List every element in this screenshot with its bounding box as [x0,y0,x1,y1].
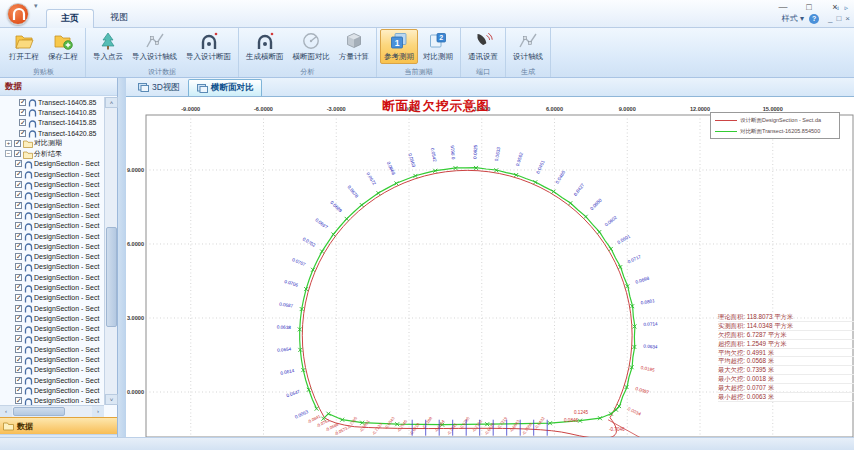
ribbon-tab-主页[interactable]: 主页 [46,9,94,28]
tree-checkbox[interactable] [19,99,26,106]
style-dropdown-button[interactable]: 样式 ▾ [782,13,804,24]
tree-item-design-section[interactable]: DesignSection - Sect [0,385,104,395]
tree-folder-analysis-results[interactable]: −分析结果 [0,148,104,158]
ribbon-button-参考测期[interactable]: 1参考测期 [380,29,418,64]
tree-item-design-section[interactable]: DesignSection - Sect [0,190,104,200]
tree-checkbox[interactable] [15,377,22,384]
tree-checkbox[interactable] [15,366,22,373]
tree-checkbox[interactable] [15,253,22,260]
ribbon-button-通讯设置[interactable]: 通讯设置 [464,29,502,64]
tree-item-label: DesignSection - Sect [34,243,99,250]
tree-checkbox[interactable] [15,315,22,322]
ribbon-button-横断面对比[interactable]: 横断面对比 [289,29,335,64]
tree-checkbox[interactable] [15,335,22,342]
tree-checkbox[interactable] [15,294,22,301]
tree-item-label: DesignSection - Sect [34,263,99,270]
ribbon-button-导入点云[interactable]: 导入点云 [89,29,127,64]
tree-checkbox[interactable] [19,119,26,126]
tree-checkbox[interactable] [15,346,22,353]
tab-scroll-arrows[interactable]: ◃ ▹ [835,4,850,12]
tree-expander-icon[interactable]: + [5,140,12,147]
ribbon-button-保存工程[interactable]: 保存工程 [44,29,82,64]
tree-checkbox[interactable] [19,109,26,116]
scroll-left-arrow[interactable]: ‹ [0,406,12,417]
tree-item-design-section[interactable]: DesignSection - Sect [0,221,104,231]
scroll-right-arrow[interactable]: › [92,406,104,417]
tree-item-design-section[interactable]: DesignSection - Sect [0,231,104,241]
tree-checkbox[interactable] [15,233,22,240]
ribbon-tab-视图[interactable]: 视图 [96,9,142,28]
ribbon-button-导入设计断面[interactable]: 导入设计断面 [182,29,235,64]
tree-item-design-section[interactable]: DesignSection - Sect [0,179,104,189]
help-icon[interactable]: ? [809,14,819,24]
ribbon-button-方量计算[interactable]: 方量计算 [335,29,373,64]
tree-checkbox[interactable] [14,140,21,147]
maximize-button[interactable]: □ [796,0,822,14]
quick-access-caret-icon[interactable]: ▾ [34,2,38,10]
tree-item-design-section[interactable]: DesignSection - Sect [0,344,104,354]
tree-item-design-section[interactable]: DesignSection - Sect [0,241,104,251]
tree-expander-icon[interactable]: − [5,150,12,157]
ribbon-button-导入设计轴线[interactable]: 导入设计轴线 [128,29,181,64]
tree-item-transect[interactable]: Transect-16405.85 [0,97,104,107]
ribbon-button-生成横断面[interactable]: 生成横断面 [242,29,288,64]
panel-splitter[interactable] [118,78,126,450]
tree-checkbox[interactable] [15,202,22,209]
document-tab-3D视图[interactable]: 3D视图 [130,79,188,96]
scrollbar-thumb[interactable] [106,227,117,327]
tree-item-design-section[interactable]: DesignSection - Sect [0,354,104,364]
tree-item-design-section[interactable]: DesignSection - Sect [0,293,104,303]
document-tab-横断面对比[interactable]: 横断面对比 [188,79,263,96]
ribbon-group-剪贴板: 打开工程保存工程剪贴板 [2,28,86,77]
tree-checkbox[interactable] [15,243,22,250]
tree-checkbox[interactable] [15,387,22,394]
tree-vertical-scrollbar[interactable]: ˄ ˅ [104,97,117,405]
tree-checkbox[interactable] [15,171,22,178]
tree-item-design-section[interactable]: DesignSection - Sect [0,303,104,313]
scrollbar-thumb[interactable] [13,407,65,416]
tree-item-design-section[interactable]: DesignSection - Sect [0,365,104,375]
tree-checkbox[interactable] [19,130,26,137]
tree-checkbox[interactable] [15,222,22,229]
tree-checkbox[interactable] [15,160,22,167]
scroll-up-arrow[interactable]: ˄ [105,97,118,108]
tree-horizontal-scrollbar[interactable]: ‹ › [0,405,104,417]
tree-item-design-section[interactable]: DesignSection - Sect [0,282,104,292]
data-panel-tab[interactable]: 数据 [0,417,117,434]
tree-item-design-section[interactable]: DesignSection - Sect [0,210,104,220]
mini-close-button[interactable]: × [845,14,850,23]
ribbon-button-打开工程[interactable]: 打开工程 [5,29,43,64]
tree-checkbox[interactable] [15,191,22,198]
tree-checkbox[interactable] [15,356,22,363]
tree-item-design-section[interactable]: DesignSection - Sect [0,169,104,179]
minimize-button[interactable]: — [770,0,796,14]
tree-item-design-section[interactable]: DesignSection - Sect [0,159,104,169]
tree-checkbox[interactable] [15,263,22,270]
tree-checkbox[interactable] [15,397,22,404]
tree-item-design-section[interactable]: DesignSection - Sect [0,200,104,210]
ribbon-button-设计轴线[interactable]: 设计轴线 [509,29,547,64]
tree-checkbox[interactable] [15,181,22,188]
tree-checkbox[interactable] [14,150,21,157]
tree-checkbox[interactable] [15,212,22,219]
tree-item-design-section[interactable]: DesignSection - Sect [0,251,104,261]
scroll-down-arrow[interactable]: ˅ [105,394,118,405]
tree-item-transect[interactable]: Transect-16410.85 [0,107,104,117]
tree-item-design-section[interactable]: DesignSection - Sect [0,324,104,334]
ribbon-button-对比测期[interactable]: 2对比测期 [419,29,457,64]
tree-item-design-section[interactable]: DesignSection - Sect [0,334,104,344]
tree-item-transect[interactable]: Transect-16415.85 [0,118,104,128]
tree-item-transect[interactable]: Transect-16420.85 [0,128,104,138]
tree-checkbox[interactable] [15,325,22,332]
tree-checkbox[interactable] [15,305,22,312]
tree-item-design-section[interactable]: DesignSection - Sect [0,313,104,323]
tree-item-design-section[interactable]: DesignSection - Sect [0,396,104,405]
mini-minimize-button[interactable]: _ [828,14,832,23]
tree-item-design-section[interactable]: DesignSection - Sect [0,272,104,282]
tree-folder-compare-period[interactable]: +对比测期 [0,138,104,148]
tree-item-design-section[interactable]: DesignSection - Sect [0,262,104,272]
tree-item-design-section[interactable]: DesignSection - Sect [0,375,104,385]
tree-checkbox[interactable] [15,284,22,291]
mini-restore-button[interactable]: □ [836,14,841,23]
tree-checkbox[interactable] [15,274,22,281]
